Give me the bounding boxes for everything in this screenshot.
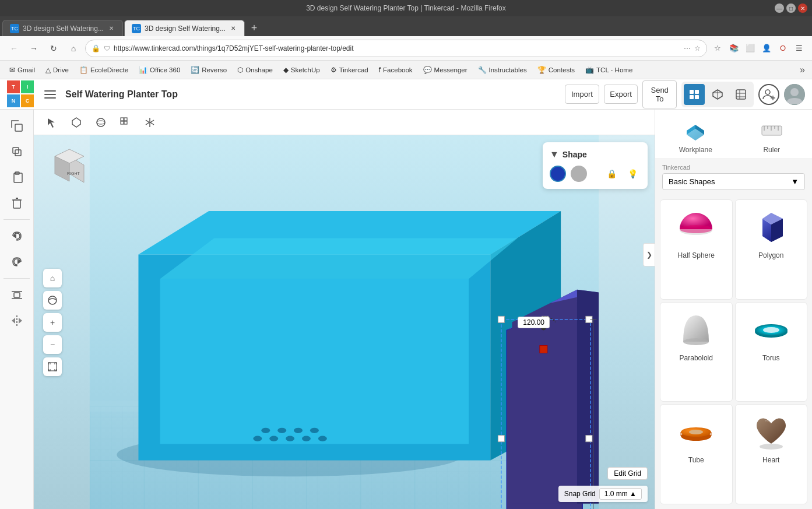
menu-btn[interactable]: ☰ <box>792 41 806 55</box>
tab-bar: TC 3D design Self Watering... ✕ TC 3D de… <box>0 16 812 36</box>
svg-point-53 <box>286 436 294 441</box>
shape-item-tube[interactable]: Tube <box>660 404 733 504</box>
shape-panel-dropdown-btn[interactable]: ▼ <box>550 149 559 160</box>
logo-t: T <box>7 80 20 93</box>
snap-grid-value-btn[interactable]: 1.0 mm ▲ <box>599 488 642 500</box>
toolbar-left <box>0 110 34 509</box>
profile-btn[interactable]: 👤 <box>760 41 774 55</box>
add-user-btn[interactable] <box>758 84 779 105</box>
logo-c: C <box>21 94 34 107</box>
redo-btn[interactable] <box>5 250 29 273</box>
bookmark-tinkercad[interactable]: ⚙ Tinkercad <box>326 64 373 76</box>
bookmark-sketchup[interactable]: ◆ SketchUp <box>279 64 325 76</box>
light-icon[interactable]: 💡 <box>624 166 641 182</box>
solid-color-btn[interactable] <box>550 166 566 182</box>
bookmark-ecoledirecte[interactable]: 📋 EcoleDirecte <box>75 64 133 76</box>
url-bar[interactable]: 🔒 🛡 https://www.tinkercad.com/things/1q7… <box>85 40 707 57</box>
select-tool-btn[interactable] <box>41 111 63 134</box>
canvas-area[interactable]: RIGHT ⌂ + − <box>34 135 655 509</box>
shape-panel: ▼ Shape 🔒 💡 <box>543 142 648 189</box>
refresh-btn[interactable]: ↻ <box>45 40 62 57</box>
flat-view-btn[interactable] <box>730 84 751 105</box>
close-btn[interactable]: ✕ <box>798 3 807 13</box>
bookmark-contests[interactable]: 🏆 Contests <box>533 64 579 76</box>
shape-item-half-sphere[interactable]: Half Sphere <box>660 199 733 300</box>
hole-color-btn[interactable] <box>571 166 587 182</box>
tabs-btn[interactable]: ⬜ <box>743 41 757 55</box>
lock-icon[interactable]: 🔒 <box>603 166 620 182</box>
star-btn[interactable]: ☆ <box>711 41 725 55</box>
zoom-in-btn[interactable]: + <box>43 313 62 332</box>
avatar[interactable] <box>784 84 805 105</box>
bookmark-reverso-label: Reverso <box>202 66 227 73</box>
edit-grid-btn[interactable]: Edit Grid <box>607 467 648 480</box>
send-to-btn[interactable]: Send To <box>642 80 677 108</box>
shape-item-polygon[interactable]: Polygon <box>735 199 808 300</box>
undo-btn[interactable] <box>5 224 29 248</box>
workplane-btn[interactable]: Workplane <box>660 114 732 154</box>
svg-text:RIGHT: RIGHT <box>67 171 80 175</box>
project-title[interactable]: Self Watering Planter Top <box>65 89 559 100</box>
dropdown-arrow-icon: ▼ <box>791 177 799 186</box>
grid-snap-btn[interactable] <box>114 111 136 134</box>
hamburger-line-3 <box>44 97 56 99</box>
align-btn[interactable] <box>5 283 29 307</box>
fit-all-btn[interactable] <box>43 357 62 376</box>
tab1-close-btn[interactable]: ✕ <box>107 24 115 33</box>
minimize-btn[interactable]: — <box>775 3 784 13</box>
bookmark-reverso[interactable]: 🔄 Reverso <box>186 64 231 76</box>
tab-2[interactable]: TC 3D design Self Watering... ✕ <box>124 20 245 36</box>
export-btn[interactable]: Export <box>604 85 638 104</box>
polygon-tool-btn[interactable] <box>65 111 87 134</box>
duplicate-btn[interactable] <box>5 140 29 163</box>
bookmark-drive[interactable]: △ Drive <box>41 64 73 76</box>
paste-btn[interactable] <box>5 166 29 189</box>
shape-item-torus[interactable]: Torus <box>735 302 808 402</box>
url-more-btn[interactable]: ⋯ <box>684 44 691 52</box>
import-btn[interactable]: Import <box>565 85 599 104</box>
hamburger-menu-btn[interactable] <box>41 85 59 104</box>
category-dropdown[interactable]: Basic Shapes ▼ <box>662 173 805 190</box>
collections-btn[interactable]: 📚 <box>727 41 741 55</box>
maximize-btn[interactable]: □ <box>786 3 796 13</box>
bookmark-gmail[interactable]: ✉ Gmail <box>5 64 40 76</box>
orbit-btn[interactable] <box>43 291 62 310</box>
copy-btn[interactable] <box>5 114 29 138</box>
home-view-btn[interactable]: ⌂ <box>43 269 62 287</box>
back-btn[interactable]: ← <box>6 40 22 57</box>
bookmark-messenger[interactable]: 💬 Messenger <box>419 64 472 76</box>
svg-rect-70 <box>498 436 504 442</box>
tab2-close-btn[interactable]: ✕ <box>229 24 237 33</box>
bookmark-tinkercad-label: Tinkercad <box>339 66 368 73</box>
bookmark-star-icon[interactable]: ☆ <box>694 44 701 52</box>
bookmark-tcl[interactable]: 📺 TCL - Home <box>581 64 637 76</box>
opera-btn[interactable]: O <box>776 41 790 55</box>
shape-item-paraboloid[interactable]: Paraboloid <box>660 302 733 402</box>
sphere-tool-btn[interactable] <box>90 111 112 134</box>
bookmarks-more-btn[interactable]: » <box>797 62 807 78</box>
mirror-btn[interactable] <box>5 309 29 332</box>
url-text[interactable]: https://www.tinkercad.com/things/1q7D52m… <box>114 44 680 52</box>
heart-label: Heart <box>762 456 779 464</box>
bookmark-onshape[interactable]: ⬡ Onshape <box>233 64 277 76</box>
svg-rect-36 <box>121 118 124 121</box>
delete-btn[interactable] <box>5 191 29 215</box>
home-nav-btn[interactable]: ⌂ <box>65 40 82 57</box>
svg-rect-66 <box>498 316 504 322</box>
svg-rect-1 <box>695 90 699 94</box>
view-cube[interactable]: RIGHT <box>43 145 90 191</box>
panel-collapse-btn[interactable]: ❯ <box>643 243 655 266</box>
ruler-btn[interactable]: Ruler <box>736 114 808 154</box>
flip-btn[interactable] <box>139 111 161 134</box>
bookmark-facebook[interactable]: f Facebook <box>374 64 417 76</box>
zoom-out-btn[interactable]: − <box>43 335 62 354</box>
shape-item-heart[interactable]: Heart <box>735 404 808 504</box>
bookmark-instructables[interactable]: 🔧 Instructables <box>473 64 532 76</box>
forward-btn[interactable]: → <box>26 40 42 57</box>
bookmark-office360[interactable]: 📊 Office 360 <box>134 64 185 76</box>
new-tab-btn[interactable]: + <box>246 20 262 36</box>
svg-marker-31 <box>19 318 22 324</box>
3d-view-btn[interactable] <box>707 84 728 105</box>
tab-1[interactable]: TC 3D design Self Watering... ✕ <box>2 20 123 36</box>
grid-view-btn[interactable] <box>684 84 705 105</box>
